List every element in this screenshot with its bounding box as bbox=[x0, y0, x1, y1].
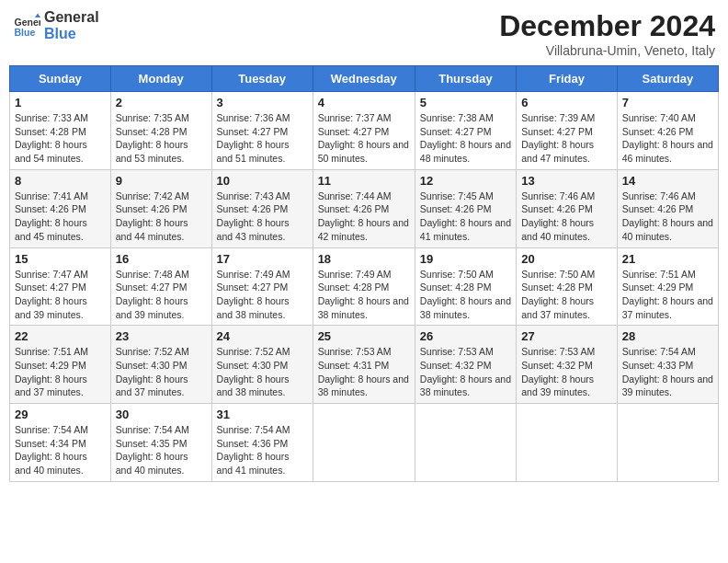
calendar-cell: 28Sunrise: 7:54 AMSunset: 4:33 PMDayligh… bbox=[617, 326, 718, 404]
calendar-cell: 7Sunrise: 7:40 AMSunset: 4:26 PMDaylight… bbox=[617, 92, 718, 170]
calendar-table: SundayMondayTuesdayWednesdayThursdayFrid… bbox=[9, 65, 719, 482]
calendar-cell bbox=[415, 404, 516, 482]
calendar-cell: 12Sunrise: 7:45 AMSunset: 4:26 PMDayligh… bbox=[415, 169, 516, 247]
calendar-cell: 24Sunrise: 7:52 AMSunset: 4:30 PMDayligh… bbox=[211, 326, 313, 404]
day-info: Sunrise: 7:36 AMSunset: 4:27 PMDaylight:… bbox=[217, 111, 308, 166]
calendar-cell: 10Sunrise: 7:43 AMSunset: 4:26 PMDayligh… bbox=[211, 169, 313, 247]
day-number: 14 bbox=[622, 174, 713, 188]
calendar-cell: 16Sunrise: 7:48 AMSunset: 4:27 PMDayligh… bbox=[110, 247, 211, 326]
day-info: Sunrise: 7:46 AMSunset: 4:26 PMDaylight:… bbox=[622, 190, 713, 244]
weekday-header-tuesday: Tuesday bbox=[211, 66, 313, 92]
day-info: Sunrise: 7:51 AMSunset: 4:29 PMDaylight:… bbox=[622, 268, 713, 322]
day-info: Sunrise: 7:54 AMSunset: 4:36 PMDaylight:… bbox=[217, 423, 308, 477]
day-number: 15 bbox=[15, 252, 106, 266]
calendar-cell: 30Sunrise: 7:54 AMSunset: 4:35 PMDayligh… bbox=[110, 404, 211, 482]
calendar-cell: 23Sunrise: 7:52 AMSunset: 4:30 PMDayligh… bbox=[110, 326, 211, 404]
day-number: 9 bbox=[116, 174, 207, 188]
day-number: 4 bbox=[318, 96, 410, 109]
logo: General Blue General Blue bbox=[13, 9, 99, 41]
day-number: 18 bbox=[318, 252, 410, 266]
day-info: Sunrise: 7:35 AMSunset: 4:28 PMDaylight:… bbox=[116, 111, 207, 166]
calendar-cell: 29Sunrise: 7:54 AMSunset: 4:34 PMDayligh… bbox=[10, 404, 111, 482]
logo-icon: General Blue bbox=[13, 12, 40, 40]
weekday-header-saturday: Saturday bbox=[617, 66, 718, 92]
week-row-2: 8Sunrise: 7:41 AMSunset: 4:26 PMDaylight… bbox=[10, 169, 719, 247]
weekday-header-monday: Monday bbox=[110, 66, 211, 92]
calendar-cell: 14Sunrise: 7:46 AMSunset: 4:26 PMDayligh… bbox=[617, 169, 718, 247]
week-row-4: 22Sunrise: 7:51 AMSunset: 4:29 PMDayligh… bbox=[10, 326, 719, 404]
day-info: Sunrise: 7:52 AMSunset: 4:30 PMDaylight:… bbox=[217, 345, 308, 399]
day-number: 12 bbox=[420, 174, 511, 188]
week-row-5: 29Sunrise: 7:54 AMSunset: 4:34 PMDayligh… bbox=[10, 404, 719, 482]
title-area: December 2024 Villabruna-Umin, Veneto, I… bbox=[499, 9, 715, 58]
day-number: 28 bbox=[622, 329, 713, 343]
calendar-cell: 21Sunrise: 7:51 AMSunset: 4:29 PMDayligh… bbox=[617, 247, 718, 326]
day-info: Sunrise: 7:45 AMSunset: 4:26 PMDaylight:… bbox=[420, 190, 511, 244]
calendar-cell: 13Sunrise: 7:46 AMSunset: 4:26 PMDayligh… bbox=[517, 169, 618, 247]
day-info: Sunrise: 7:53 AMSunset: 4:32 PMDaylight:… bbox=[420, 345, 511, 399]
day-number: 27 bbox=[521, 329, 612, 343]
day-info: Sunrise: 7:52 AMSunset: 4:30 PMDaylight:… bbox=[116, 345, 207, 399]
calendar-cell: 5Sunrise: 7:38 AMSunset: 4:27 PMDaylight… bbox=[415, 92, 516, 170]
logo-blue: Blue bbox=[44, 26, 99, 42]
day-number: 24 bbox=[217, 329, 308, 343]
day-info: Sunrise: 7:48 AMSunset: 4:27 PMDaylight:… bbox=[116, 268, 207, 322]
calendar-cell: 15Sunrise: 7:47 AMSunset: 4:27 PMDayligh… bbox=[10, 247, 111, 326]
svg-marker-2 bbox=[35, 13, 40, 17]
calendar-cell: 31Sunrise: 7:54 AMSunset: 4:36 PMDayligh… bbox=[211, 404, 313, 482]
calendar-cell: 4Sunrise: 7:37 AMSunset: 4:27 PMDaylight… bbox=[313, 92, 415, 170]
day-number: 29 bbox=[15, 408, 106, 421]
day-number: 16 bbox=[116, 252, 207, 266]
day-info: Sunrise: 7:42 AMSunset: 4:26 PMDaylight:… bbox=[116, 190, 207, 244]
day-info: Sunrise: 7:37 AMSunset: 4:27 PMDaylight:… bbox=[318, 111, 410, 166]
logo-text: General Blue bbox=[44, 9, 99, 41]
calendar-cell: 9Sunrise: 7:42 AMSunset: 4:26 PMDaylight… bbox=[110, 169, 211, 247]
day-number: 20 bbox=[521, 252, 612, 266]
calendar-cell: 22Sunrise: 7:51 AMSunset: 4:29 PMDayligh… bbox=[10, 326, 111, 404]
calendar-cell bbox=[313, 404, 415, 482]
calendar-cell: 26Sunrise: 7:53 AMSunset: 4:32 PMDayligh… bbox=[415, 326, 516, 404]
day-info: Sunrise: 7:46 AMSunset: 4:26 PMDaylight:… bbox=[521, 190, 612, 244]
day-number: 5 bbox=[420, 96, 511, 109]
weekday-header-wednesday: Wednesday bbox=[313, 66, 415, 92]
day-info: Sunrise: 7:39 AMSunset: 4:27 PMDaylight:… bbox=[521, 111, 612, 166]
day-info: Sunrise: 7:43 AMSunset: 4:26 PMDaylight:… bbox=[217, 190, 308, 244]
day-number: 7 bbox=[622, 96, 713, 109]
calendar-cell bbox=[617, 404, 718, 482]
calendar-cell: 19Sunrise: 7:50 AMSunset: 4:28 PMDayligh… bbox=[415, 247, 516, 326]
day-number: 26 bbox=[420, 329, 511, 343]
calendar-cell: 3Sunrise: 7:36 AMSunset: 4:27 PMDaylight… bbox=[211, 92, 313, 170]
day-info: Sunrise: 7:53 AMSunset: 4:31 PMDaylight:… bbox=[318, 345, 410, 399]
day-info: Sunrise: 7:54 AMSunset: 4:33 PMDaylight:… bbox=[622, 345, 713, 399]
day-number: 17 bbox=[217, 252, 308, 266]
day-number: 23 bbox=[116, 329, 207, 343]
day-number: 22 bbox=[15, 329, 106, 343]
day-info: Sunrise: 7:54 AMSunset: 4:34 PMDaylight:… bbox=[15, 423, 106, 477]
calendar-cell: 25Sunrise: 7:53 AMSunset: 4:31 PMDayligh… bbox=[313, 326, 415, 404]
calendar-cell: 20Sunrise: 7:50 AMSunset: 4:28 PMDayligh… bbox=[517, 247, 618, 326]
day-number: 1 bbox=[15, 96, 106, 109]
logo-general: General bbox=[44, 9, 99, 26]
day-info: Sunrise: 7:49 AMSunset: 4:27 PMDaylight:… bbox=[217, 268, 308, 322]
day-number: 11 bbox=[318, 174, 410, 188]
day-info: Sunrise: 7:33 AMSunset: 4:28 PMDaylight:… bbox=[15, 111, 106, 166]
day-number: 6 bbox=[521, 96, 612, 109]
day-number: 21 bbox=[622, 252, 713, 266]
calendar-cell: 27Sunrise: 7:53 AMSunset: 4:32 PMDayligh… bbox=[517, 326, 618, 404]
day-number: 2 bbox=[116, 96, 207, 109]
day-info: Sunrise: 7:51 AMSunset: 4:29 PMDaylight:… bbox=[15, 345, 106, 399]
day-number: 13 bbox=[521, 174, 612, 188]
day-info: Sunrise: 7:38 AMSunset: 4:27 PMDaylight:… bbox=[420, 111, 511, 166]
day-info: Sunrise: 7:40 AMSunset: 4:26 PMDaylight:… bbox=[622, 111, 713, 166]
calendar-cell: 2Sunrise: 7:35 AMSunset: 4:28 PMDaylight… bbox=[110, 92, 211, 170]
week-row-1: 1Sunrise: 7:33 AMSunset: 4:28 PMDaylight… bbox=[10, 92, 719, 170]
calendar-cell: 8Sunrise: 7:41 AMSunset: 4:26 PMDaylight… bbox=[10, 169, 111, 247]
day-info: Sunrise: 7:44 AMSunset: 4:26 PMDaylight:… bbox=[318, 190, 410, 244]
header: General Blue General Blue December 2024 … bbox=[9, 9, 719, 58]
month-title: December 2024 bbox=[499, 9, 715, 43]
weekday-header-sunday: Sunday bbox=[10, 66, 111, 92]
header-row: SundayMondayTuesdayWednesdayThursdayFrid… bbox=[10, 66, 719, 92]
calendar-cell: 11Sunrise: 7:44 AMSunset: 4:26 PMDayligh… bbox=[313, 169, 415, 247]
day-number: 25 bbox=[318, 329, 410, 343]
calendar-cell: 17Sunrise: 7:49 AMSunset: 4:27 PMDayligh… bbox=[211, 247, 313, 326]
